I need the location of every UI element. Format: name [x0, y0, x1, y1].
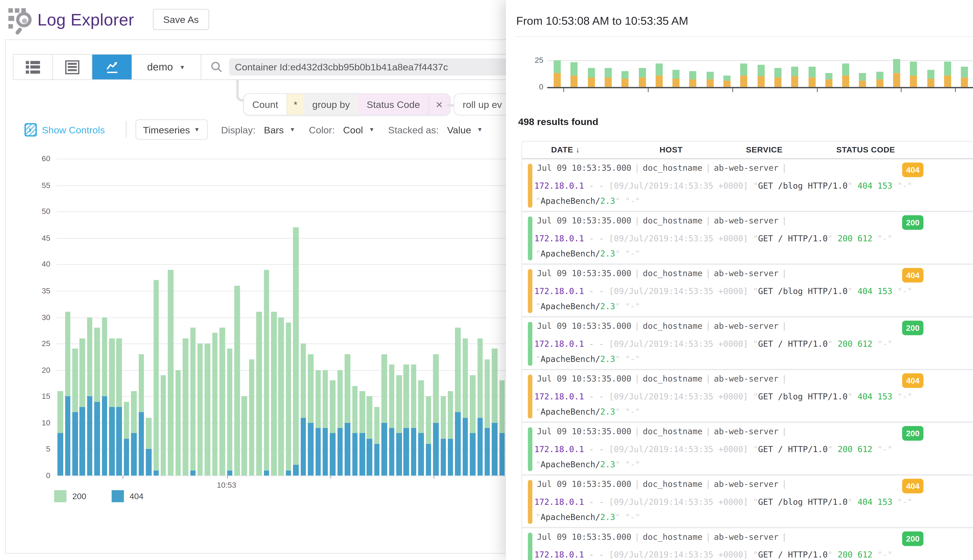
bar-200-segment[interactable]: [234, 285, 240, 476]
bar-200-segment[interactable]: [87, 317, 92, 396]
log-row[interactable]: Jul 09 10:53:35.000|doc_hostname|ab-web-…: [522, 318, 973, 370]
bar-404-segment[interactable]: [396, 433, 402, 475]
bar-200-segment[interactable]: [293, 227, 299, 465]
bar-200-segment[interactable]: [168, 270, 173, 476]
color-select[interactable]: Cool ▼: [343, 124, 374, 135]
bar-404-segment[interactable]: [344, 423, 350, 476]
bar-200-segment[interactable]: [359, 391, 365, 433]
bar-200-segment[interactable]: [352, 386, 358, 433]
mini-bar-404-segment[interactable]: [757, 76, 764, 87]
bar-200-segment[interactable]: [308, 354, 313, 423]
bar-404-segment[interactable]: [404, 428, 409, 475]
bar-404-segment[interactable]: [477, 417, 483, 476]
bar-404-segment[interactable]: [58, 433, 63, 475]
mini-bar-200-segment[interactable]: [927, 70, 934, 78]
bar-200-segment[interactable]: [65, 312, 70, 396]
mini-bar-404-segment[interactable]: [553, 73, 561, 87]
bar-404-segment[interactable]: [367, 439, 372, 476]
bar-200-segment[interactable]: [492, 349, 497, 423]
mini-bar-200-segment[interactable]: [553, 60, 561, 73]
bar-404-segment[interactable]: [374, 444, 380, 476]
bar-200-segment[interactable]: [338, 370, 343, 428]
bar-200-segment[interactable]: [463, 338, 468, 417]
show-controls-link[interactable]: Show Controls: [42, 124, 105, 135]
mini-bar-200-segment[interactable]: [961, 67, 968, 77]
mini-bar-200-segment[interactable]: [639, 68, 645, 77]
bar-200-segment[interactable]: [72, 349, 78, 412]
bar-404-segment[interactable]: [146, 449, 151, 476]
mini-bar-200-segment[interactable]: [672, 70, 680, 78]
mini-bar-404-segment[interactable]: [622, 78, 629, 87]
save-as-button[interactable]: Save As: [153, 9, 209, 30]
mini-bar-200-segment[interactable]: [723, 75, 731, 80]
bar-404-segment[interactable]: [352, 433, 358, 475]
mini-bar-200-segment[interactable]: [893, 59, 900, 73]
bar-404-segment[interactable]: [65, 396, 70, 475]
mini-bar-200-segment[interactable]: [774, 68, 781, 77]
bar-404-segment[interactable]: [448, 439, 453, 476]
bar-200-segment[interactable]: [330, 380, 336, 433]
bar-404-segment[interactable]: [426, 444, 431, 476]
mini-bar-404-segment[interactable]: [706, 80, 714, 87]
bar-404-segment[interactable]: [153, 470, 159, 476]
mini-bar-404-segment[interactable]: [842, 75, 849, 87]
bar-200-segment[interactable]: [381, 354, 387, 423]
bar-404-segment[interactable]: [227, 470, 232, 476]
mini-bar-404-segment[interactable]: [689, 80, 697, 87]
mini-bar-404-segment[interactable]: [639, 77, 645, 87]
group-by-value-pill[interactable]: Status Code: [358, 94, 428, 115]
bar-404-segment[interactable]: [492, 423, 497, 476]
mini-bar-200-segment[interactable]: [655, 63, 662, 75]
column-header-date[interactable]: DATE ↓: [551, 145, 659, 154]
mini-bar-200-segment[interactable]: [825, 73, 832, 80]
bar-200-segment[interactable]: [176, 370, 181, 476]
bar-200-segment[interactable]: [212, 333, 217, 475]
log-row[interactable]: Jul 09 10:53:35.000|doc_hostname|ab-web-…: [522, 212, 973, 265]
bar-200-segment[interactable]: [499, 380, 505, 433]
bar-404-segment[interactable]: [411, 428, 416, 475]
bar-200-segment[interactable]: [205, 343, 210, 476]
remove-group-by-icon[interactable]: ✕: [428, 94, 450, 115]
bar-200-segment[interactable]: [440, 396, 446, 438]
bar-404-segment[interactable]: [94, 402, 100, 476]
bar-200-segment[interactable]: [249, 359, 254, 475]
bar-404-segment[interactable]: [440, 439, 446, 476]
mini-bar-404-segment[interactable]: [910, 75, 917, 87]
column-header-host[interactable]: HOST: [659, 145, 746, 154]
measure-pill[interactable]: Count: [244, 94, 286, 115]
mini-bar-404-segment[interactable]: [741, 75, 747, 87]
bar-404-segment[interactable]: [463, 417, 468, 476]
display-select[interactable]: Bars ▼: [264, 124, 296, 135]
bar-404-segment[interactable]: [485, 428, 490, 475]
mini-bar-200-segment[interactable]: [910, 62, 917, 75]
bar-200-segment[interactable]: [146, 417, 151, 449]
bar-200-segment[interactable]: [109, 338, 115, 407]
log-row[interactable]: Jul 09 10:53:35.000|doc_hostname|ab-web-…: [522, 423, 973, 476]
bar-200-segment[interactable]: [227, 349, 232, 470]
bar-404-segment[interactable]: [308, 423, 313, 476]
bar-404-segment[interactable]: [72, 412, 78, 476]
bar-200-segment[interactable]: [264, 270, 269, 470]
mini-bar-200-segment[interactable]: [570, 62, 578, 75]
bar-404-segment[interactable]: [470, 433, 475, 475]
bar-200-segment[interactable]: [219, 328, 225, 475]
bar-200-segment[interactable]: [183, 338, 188, 476]
bar-200-segment[interactable]: [80, 338, 85, 407]
log-row[interactable]: Jul 09 10:53:35.000|doc_hostname|ab-web-…: [522, 265, 973, 318]
bar-404-segment[interactable]: [131, 433, 137, 475]
bar-200-segment[interactable]: [116, 338, 122, 407]
bar-200-segment[interactable]: [242, 396, 247, 475]
bar-404-segment[interactable]: [359, 433, 365, 475]
mini-bar-404-segment[interactable]: [808, 77, 815, 87]
bar-200-segment[interactable]: [433, 354, 438, 423]
mini-bar-200-segment[interactable]: [605, 68, 612, 77]
log-row[interactable]: Jul 09 10:53:35.000|doc_hostname|ab-web-…: [522, 370, 973, 423]
mini-bar-404-segment[interactable]: [655, 75, 662, 87]
log-row[interactable]: Jul 09 10:53:35.000|doc_hostname|ab-web-…: [522, 160, 973, 212]
mini-bar-200-segment[interactable]: [706, 72, 714, 80]
mini-bar-404-segment[interactable]: [876, 80, 883, 87]
column-header-service[interactable]: SERVICE: [746, 145, 836, 154]
bar-200-segment[interactable]: [477, 338, 483, 417]
mini-bar-404-segment[interactable]: [588, 77, 595, 87]
bar-200-segment[interactable]: [485, 359, 490, 428]
